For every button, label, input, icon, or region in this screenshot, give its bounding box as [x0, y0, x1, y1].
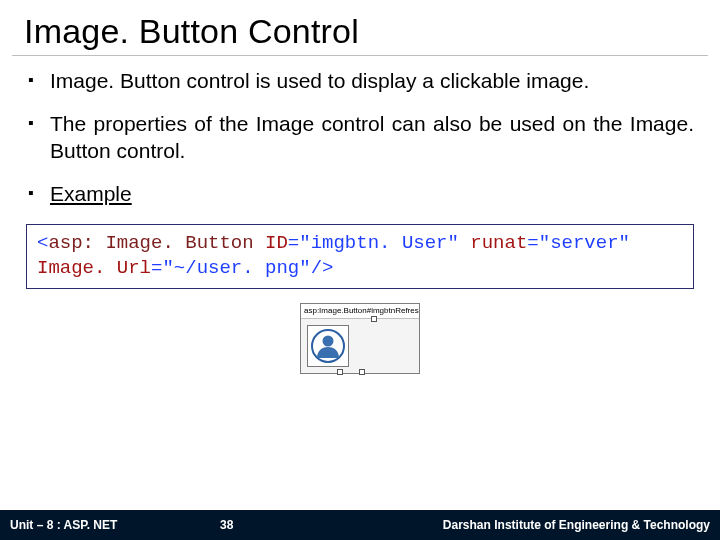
designer-caption: asp:Image.Button#imgbtnRefresh — [301, 304, 419, 319]
example-label: Example — [50, 182, 132, 205]
bullet-item: Image. Button control is used to display… — [26, 68, 694, 95]
code-token: "server" — [539, 232, 630, 254]
designer-preview: asp:Image.Button#imgbtnRefresh — [300, 303, 420, 374]
slide-footer: Unit – 8 : ASP. NET 38 Darshan Institute… — [0, 510, 720, 540]
code-example: <asp: Image. Button ID="imgbtn. User" ru… — [26, 224, 694, 289]
code-token: runat — [470, 232, 527, 254]
resize-handle-icon — [337, 369, 343, 375]
code-token: asp: Image. Button — [48, 232, 253, 254]
code-token: = — [151, 257, 162, 279]
code-token: = — [527, 232, 538, 254]
footer-unit: Unit – 8 : ASP. NET — [0, 518, 220, 532]
code-token: "imgbtn. User" — [299, 232, 459, 254]
slide-body: Image. Button control is used to display… — [0, 64, 720, 374]
code-token: ID — [265, 232, 288, 254]
code-token: = — [288, 232, 299, 254]
slide-title: Image. Button Control — [12, 0, 708, 56]
resize-handle-icon — [359, 369, 365, 375]
image-button-preview[interactable] — [307, 325, 349, 367]
bullet-item: The properties of the Image control can … — [26, 111, 694, 165]
footer-page-number: 38 — [220, 518, 280, 532]
svg-point-1 — [323, 336, 334, 347]
code-token: "~/user. png" — [162, 257, 310, 279]
footer-institute: Darshan Institute of Engineering & Techn… — [280, 518, 720, 532]
bullet-item: Example — [26, 181, 694, 208]
code-token: Image. Url — [37, 257, 151, 279]
code-token: /> — [311, 257, 334, 279]
user-icon — [310, 328, 346, 364]
code-token: < — [37, 232, 48, 254]
resize-handle-icon — [371, 316, 377, 322]
